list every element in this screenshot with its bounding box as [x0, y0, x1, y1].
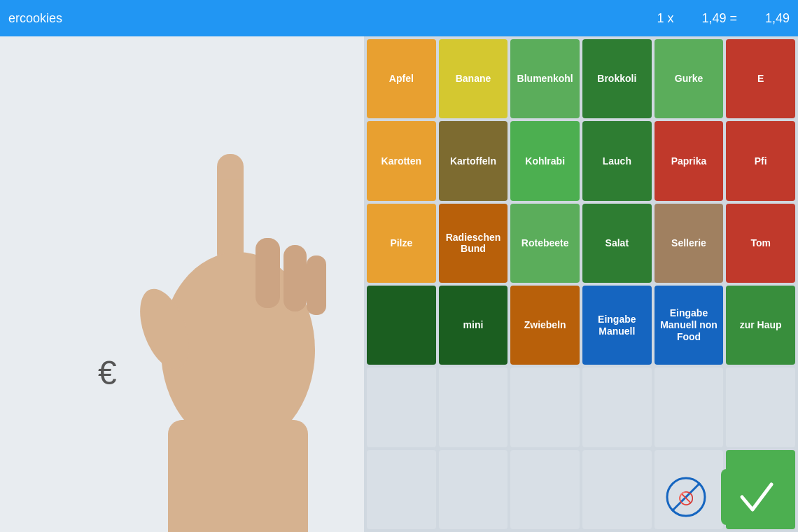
product-btn-4-0	[367, 368, 436, 447]
product-btn-0-3[interactable]: Brokkoli	[582, 39, 652, 118]
product-btn-2-1[interactable]: Radieschen Bund	[439, 204, 508, 283]
left-panel: €	[0, 36, 364, 532]
product-btn-1-4[interactable]: Paprika	[654, 121, 724, 200]
product-btn-2-2[interactable]: Rotebeete	[510, 204, 580, 283]
product-btn-1-1[interactable]: Kartoffeln	[439, 121, 508, 200]
product-btn-4-2	[510, 368, 580, 447]
product-btn-3-5[interactable]: zur Haup	[726, 286, 795, 365]
product-btn-1-0[interactable]: Karotten	[367, 121, 436, 200]
product-btn-1-2[interactable]: Kohlrabi	[510, 121, 580, 200]
product-btn-2-3[interactable]: Salat	[582, 204, 652, 283]
euro-sign: €	[98, 354, 117, 392]
product-btn-5-1	[439, 450, 508, 529]
product-btn-0-0[interactable]: Apfel	[367, 39, 436, 118]
product-btn-5-2	[510, 450, 580, 529]
product-btn-3-2[interactable]: Zwiebeln	[510, 286, 580, 365]
product-btn-1-5[interactable]: Pfi	[726, 121, 795, 200]
product-btn-0-2[interactable]: Blumenkohl	[510, 39, 580, 118]
product-btn-2-5[interactable]: Tom	[726, 204, 795, 283]
product-btn-1-3[interactable]: Lauch	[582, 121, 652, 200]
top-bar: ercookies 1 x 1,49 = 1,49	[0, 0, 798, 36]
product-btn-5-0	[367, 450, 436, 529]
product-grid-panel: ApfelBananeBlumenkohlBrokkoliGurkeEKarot…	[364, 36, 798, 532]
product-btn-5-3	[582, 450, 652, 529]
product-btn-2-0[interactable]: Pilze	[367, 204, 436, 283]
product-btn-4-3	[582, 368, 652, 447]
unit-price: 1,49 =	[701, 11, 737, 26]
product-btn-4-1	[439, 368, 508, 447]
product-btn-4-4	[654, 368, 724, 447]
product-btn-0-5[interactable]: E	[726, 39, 795, 118]
total-price: 1,49	[765, 11, 790, 26]
product-btn-3-1[interactable]: mini	[439, 286, 508, 365]
product-btn-0-1[interactable]: Banane	[439, 39, 508, 118]
product-btn-2-4[interactable]: Sellerie	[654, 204, 724, 283]
item-name: ercookies	[8, 11, 62, 26]
product-btn-0-4[interactable]: Gurke	[654, 39, 724, 118]
product-btn-3-0[interactable]	[367, 286, 436, 365]
product-btn-3-3[interactable]: Eingabe Manuell	[582, 286, 652, 365]
no-entry-icon: 🚫	[665, 476, 707, 518]
quantity: 1 x	[657, 11, 673, 26]
confirm-button[interactable]	[721, 469, 791, 525]
svg-text:🚫: 🚫	[678, 491, 694, 506]
product-grid: ApfelBananeBlumenkohlBrokkoliGurkeEKarot…	[367, 39, 795, 529]
product-btn-3-4[interactable]: Eingabe Manuell non Food	[654, 286, 724, 365]
product-btn-4-5	[726, 368, 795, 447]
